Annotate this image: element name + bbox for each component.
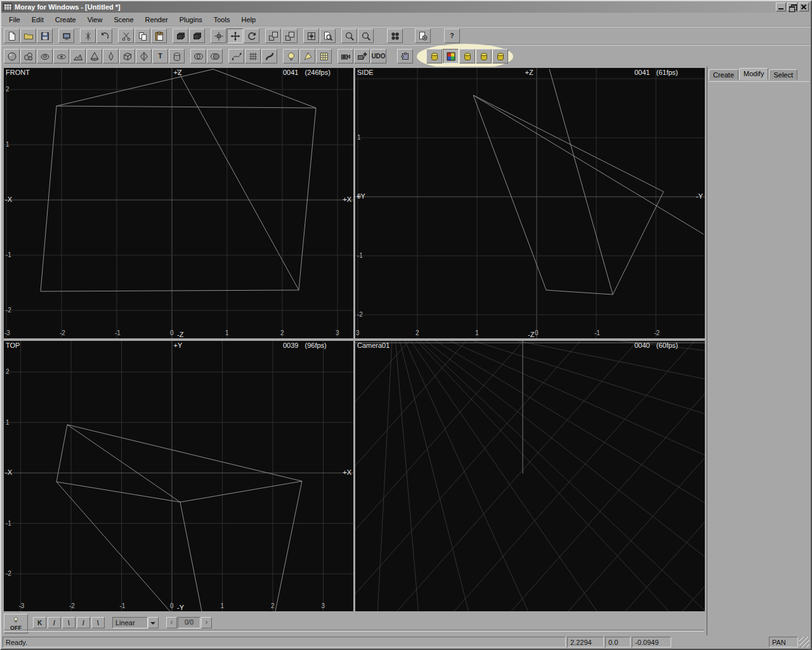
title-bar[interactable]: Moray for Windows - [Untitled *] <box>1 1 811 13</box>
bottom-bar: OFF K/\/\ Linear ‹ 0/0 › <box>1 611 707 635</box>
interpolation-select[interactable]: Linear <box>112 617 159 628</box>
anim-ramp-up-button[interactable]: / <box>48 617 61 628</box>
moray-window: Moray for Windows - [Untitled *] FileEdi… <box>0 0 812 650</box>
cone-icon <box>89 51 100 62</box>
dropdown-arrow-icon[interactable] <box>148 617 159 628</box>
material-copy-button[interactable] <box>476 49 492 63</box>
resize-grip[interactable] <box>799 637 809 647</box>
menu-help[interactable]: Help <box>235 14 261 25</box>
create-camera-button[interactable] <box>337 49 353 63</box>
zoom-out-button[interactable] <box>358 29 374 43</box>
render-options-button[interactable] <box>415 29 431 43</box>
select-tool-button[interactable] <box>211 29 226 43</box>
panel-body <box>709 81 809 634</box>
scale-tool-button[interactable] <box>265 29 281 43</box>
create-mesh-button[interactable] <box>245 49 261 63</box>
open-button[interactable] <box>20 29 36 43</box>
material-apply-button[interactable] <box>459 49 475 63</box>
y-tick: 2 <box>6 86 10 93</box>
menu-tools[interactable]: Tools <box>208 14 236 25</box>
zoom-in-button[interactable] <box>341 29 357 43</box>
material-editor-button[interactable] <box>426 49 442 63</box>
tab-create[interactable]: Create <box>709 69 738 80</box>
material-remove-button[interactable] <box>492 49 508 63</box>
anim-ramp-down-button[interactable]: \ <box>62 617 75 628</box>
lathe-icon <box>83 31 93 41</box>
create-torus-button[interactable] <box>37 49 53 63</box>
minimize-button[interactable] <box>776 3 786 11</box>
x-tick: -2 <box>60 329 65 336</box>
new-button[interactable] <box>4 29 20 43</box>
render-window-button[interactable] <box>58 29 74 43</box>
plugins-button[interactable] <box>397 49 413 63</box>
create-prism-button[interactable] <box>136 49 152 63</box>
undo-button[interactable] <box>96 29 112 43</box>
restore-button[interactable] <box>787 3 797 11</box>
csg-union-button[interactable] <box>190 49 206 63</box>
x-tick: -1 <box>594 329 600 336</box>
anim-ease-in-button[interactable]: / <box>77 617 90 628</box>
system-menu-icon[interactable] <box>3 3 12 11</box>
solid-display-button[interactable] <box>189 29 205 43</box>
save-button[interactable] <box>37 29 53 43</box>
cut-button[interactable] <box>118 29 134 43</box>
viewport-front[interactable]: FRONT+Z0041(246fps)21-1-2-3-2-10123-X+X-… <box>4 68 353 338</box>
next-frame-button[interactable]: › <box>201 617 212 628</box>
menu-plugins[interactable]: Plugins <box>174 14 208 25</box>
prev-frame-button[interactable]: ‹ <box>166 617 177 628</box>
zoom-region-button[interactable] <box>320 29 336 43</box>
create-spotlight-button[interactable] <box>299 49 315 63</box>
viewport-camera[interactable]: Camera010040(60fps) <box>355 341 705 611</box>
create-bezier-button[interactable] <box>228 49 244 63</box>
viewport-top[interactable]: TOP+Y0039(96fps)21-1-2-3-2-10123-X+X-Y <box>4 341 353 611</box>
create-pointlight-button[interactable] <box>283 49 299 63</box>
axis-label-left: +Y <box>357 192 365 200</box>
viewport-name: TOP <box>6 342 20 349</box>
help-button[interactable]: ? <box>444 29 460 43</box>
anim-ease-out-button[interactable]: \ <box>91 617 105 628</box>
menu-render[interactable]: Render <box>140 14 174 25</box>
create-blob-button[interactable] <box>20 49 36 63</box>
viewport-layout-button[interactable] <box>387 29 403 43</box>
edit-points-button[interactable] <box>303 29 319 43</box>
menu-edit[interactable]: Edit <box>26 14 49 25</box>
menu-scene[interactable]: Scene <box>108 14 139 25</box>
create-arealight-button[interactable] <box>316 49 332 63</box>
scalebox-icon <box>268 31 278 41</box>
csg-difference-button[interactable] <box>207 49 223 63</box>
tab-modify[interactable]: Modify <box>739 68 768 80</box>
create-targetcam-button[interactable] <box>354 49 370 63</box>
create-heightfield-button[interactable] <box>70 49 86 63</box>
viewport-side[interactable]: SIDE+Z0041(61fps)10-1-23210-1-2+Y-Y-Z <box>355 68 705 338</box>
keyframe-button[interactable]: K <box>33 617 46 628</box>
zoomdoc-icon <box>323 31 333 41</box>
create-cube-button[interactable] <box>119 49 135 63</box>
create-cylinder-button[interactable] <box>169 49 185 63</box>
menu-view[interactable]: View <box>82 14 108 25</box>
wireframe-display-button[interactable] <box>173 29 188 43</box>
material-browser-button[interactable] <box>443 49 459 63</box>
toolbar-create: TUDO <box>1 45 811 67</box>
zoom-icon <box>344 31 355 41</box>
rotate-tool-button[interactable] <box>244 29 259 43</box>
tab-select[interactable]: Select <box>769 69 797 80</box>
move-tool-button[interactable] <box>227 29 243 43</box>
frame-counter-field: 0/0 <box>178 617 200 628</box>
viewport-name: FRONT <box>6 69 30 76</box>
create-sweep-button[interactable] <box>261 49 277 63</box>
create-sor-button[interactable] <box>103 49 119 63</box>
coordinate-y: 0.0 <box>605 637 631 647</box>
menu-file[interactable]: File <box>3 14 26 25</box>
close-button[interactable] <box>799 3 809 11</box>
paste-button[interactable] <box>151 29 167 43</box>
copy-button[interactable] <box>134 29 150 43</box>
uniform-scale-button[interactable] <box>282 29 298 43</box>
lathe-tool-button[interactable] <box>80 29 96 43</box>
cylinder-icon <box>172 51 182 62</box>
create-udo-button[interactable]: UDO <box>370 49 386 63</box>
create-cone-button[interactable] <box>86 49 102 63</box>
menu-create[interactable]: Create <box>49 14 82 25</box>
create-text-button[interactable]: T <box>152 49 168 63</box>
create-sphere-button[interactable] <box>4 49 20 63</box>
create-disc-button[interactable] <box>53 49 69 63</box>
